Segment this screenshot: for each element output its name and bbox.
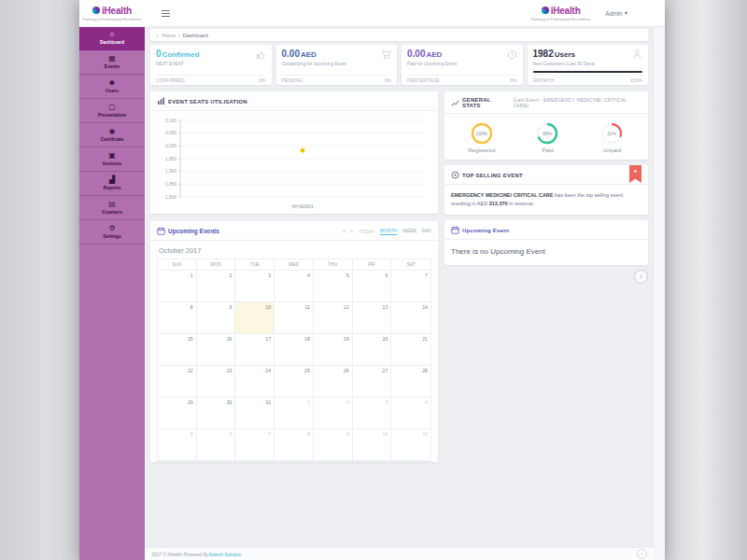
sidebar-item-label: Dashboard — [100, 39, 124, 45]
calendar-day[interactable]: 31 — [235, 398, 275, 429]
calendar-day-number: 8 — [190, 304, 193, 310]
calendar-day[interactable]: 14 — [391, 302, 430, 334]
calendar-day-header: TUE — [235, 259, 275, 271]
sidebar-item-presentation[interactable]: ▢Presentation — [79, 99, 145, 123]
scroll-top-button[interactable]: ↑ — [634, 270, 648, 284]
calendar-day[interactable]: 25 — [275, 366, 314, 398]
calendar-day-number: 4 — [307, 273, 310, 278]
calendar-day[interactable]: 28 — [391, 366, 430, 398]
calendar-day[interactable]: 8 — [158, 302, 197, 334]
stat-footer-value: 0% — [510, 78, 516, 83]
calendar-day[interactable]: 3 — [353, 398, 392, 429]
stat-value: 0.00 — [407, 49, 425, 59]
calendar-day[interactable]: 13 — [353, 302, 392, 334]
top-bar: iHealth Pathway to Professional Excellen… — [79, 0, 665, 27]
calendar-day[interactable]: 5 — [158, 429, 197, 461]
calendar-day[interactable]: 27 — [353, 366, 392, 398]
calendar-day[interactable]: 5 — [314, 271, 353, 302]
calendar-today-button[interactable]: TODAY — [359, 229, 374, 234]
sidebar-item-certificate[interactable]: ◉Certificate — [79, 123, 145, 147]
calendar-day-number: 8 — [307, 431, 310, 437]
calendar-day-number: 14 — [422, 304, 428, 310]
calendar-day[interactable]: 7 — [391, 271, 430, 302]
calendar-day[interactable]: 24 — [235, 366, 275, 398]
footer-link[interactable]: Adtech Solution — [209, 552, 242, 557]
calendar-day-number: 2 — [346, 399, 349, 405]
event-seats-panel: EVENT SEATS UTILISATION 2,1002,0502,0001… — [150, 91, 438, 214]
calendar-day[interactable]: 20 — [353, 334, 392, 366]
calendar-day[interactable]: 12 — [314, 302, 353, 334]
top-selling-end: in revenue. — [508, 201, 535, 206]
invoice-icon: ▣ — [108, 152, 116, 160]
calendar-day[interactable]: 26 — [314, 366, 353, 398]
sidebar-item-reports[interactable]: ▟Reports — [79, 172, 145, 196]
calendar-day-number: 24 — [265, 368, 271, 373]
calendar-day[interactable]: 11 — [275, 302, 314, 334]
calendar-day[interactable]: 29 — [158, 398, 197, 429]
stat-subtitle: Outstanding for Upcoming Event — [282, 62, 392, 66]
stat-footer-label: PERCENTAGE — [407, 78, 440, 83]
calendar-view-week[interactable]: WEEK — [402, 228, 416, 235]
sidebar-item-counters[interactable]: ▤Counters — [79, 196, 145, 220]
upcoming-event-panel: Upcoming Event There is no Upcoming Even… — [444, 220, 648, 265]
calendar-day-number: 13 — [383, 304, 388, 310]
calendar-panel-title: Upcoming Events — [168, 228, 219, 234]
calendar-day[interactable]: 2 — [314, 398, 353, 429]
svg-text:1,950: 1,950 — [165, 157, 176, 161]
calendar-day[interactable]: 8 — [275, 429, 314, 461]
sidebar-item-dashboard[interactable]: ⌂Dashboard — [79, 26, 145, 50]
calendar-day[interactable]: 4 — [275, 271, 314, 302]
sidebar-item-invoices[interactable]: ▣Invoices — [79, 147, 145, 172]
calendar-day[interactable]: 9 — [197, 302, 236, 334]
svg-text:31%: 31% — [608, 132, 617, 136]
stat-unit: Users — [555, 50, 575, 59]
calendar-day[interactable]: 11 — [391, 429, 430, 461]
gauge-label: Unpaid — [603, 147, 621, 153]
calendar-day-header: SUN — [158, 259, 197, 271]
calendar-view-month[interactable]: MONTH — [380, 228, 397, 235]
calendar-day-today[interactable]: 10 — [235, 302, 275, 334]
menu-toggle-icon[interactable] — [162, 10, 170, 17]
general-stats-panel: GENERAL STATS (Last Event - EMERGENCY ME… — [444, 91, 648, 160]
scrollbar-track[interactable] — [653, 26, 665, 560]
calendar-day[interactable]: 15 — [158, 334, 197, 366]
calendar-day-number: 12 — [344, 304, 349, 310]
topbar-brand-name: iHealth — [551, 6, 581, 16]
svg-text:NH-E0001: NH-E0001 — [291, 203, 314, 209]
calendar-day[interactable]: 4 — [391, 398, 430, 429]
calendar-day[interactable]: 17 — [235, 334, 275, 366]
calendar-day[interactable]: 1 — [275, 398, 314, 429]
calendar-day-header: THU — [314, 259, 353, 271]
sidebar-item-users[interactable]: ☻Users — [79, 75, 145, 99]
sidebar-item-settings[interactable]: ⚙Settings — [79, 220, 145, 245]
calendar-day[interactable]: 2 — [197, 271, 236, 302]
calendar-day[interactable]: 18 — [275, 334, 314, 366]
user-icon — [632, 49, 642, 60]
calendar-day[interactable]: 6 — [197, 429, 236, 461]
breadcrumb-home[interactable]: Home — [162, 33, 176, 38]
calendar-day[interactable]: 9 — [314, 429, 353, 461]
calendar-view-day[interactable]: DAY — [422, 228, 431, 235]
calendar-day[interactable]: 10 — [353, 429, 392, 461]
calendar-controls: ‹ › TODAY MONTHWEEKDAY — [343, 228, 431, 235]
sidebar-item-events[interactable]: ▦Events — [79, 50, 145, 75]
calendar-day[interactable]: 1 — [158, 271, 197, 302]
calendar-day[interactable]: 19 — [314, 334, 353, 366]
sidebar-item-label: Certificate — [101, 136, 123, 142]
calendar-day[interactable]: 7 — [235, 429, 275, 461]
calendar-day[interactable]: 6 — [353, 271, 392, 302]
calendar-day[interactable]: 21 — [391, 334, 430, 366]
calendar-day[interactable]: 23 — [197, 366, 236, 398]
calendar-day[interactable]: 22 — [158, 366, 197, 398]
svg-text:2,050: 2,050 — [165, 131, 176, 135]
calendar-icon: ▦ — [108, 55, 116, 63]
footer-scroll-top-button[interactable]: ↑ — [637, 549, 647, 559]
stat-value: 1982 — [533, 49, 554, 59]
calendar-day[interactable]: 16 — [197, 334, 236, 366]
calendar-day-number: 11 — [423, 431, 428, 437]
calendar-day[interactable]: 3 — [235, 271, 275, 302]
calendar-prev-button[interactable]: ‹ — [343, 229, 345, 234]
admin-menu[interactable]: Admin ▾ — [605, 9, 627, 17]
calendar-next-button[interactable]: › — [351, 229, 354, 234]
calendar-day[interactable]: 30 — [197, 398, 236, 429]
